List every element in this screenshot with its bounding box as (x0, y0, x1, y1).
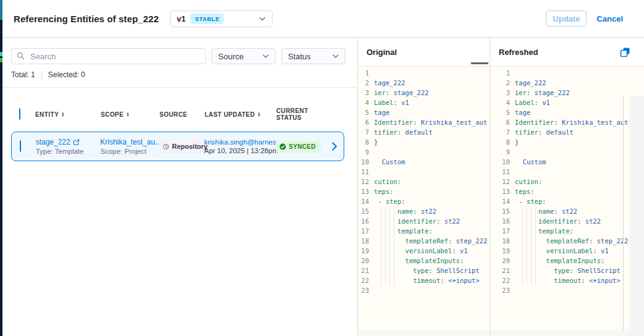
status-filter-label: Status (288, 52, 311, 61)
search-icon (17, 52, 25, 60)
code-line: 7tifier: default (490, 127, 644, 137)
status-filter-dropdown[interactable]: Status (281, 48, 345, 64)
selected-count: Selected: 0 (48, 70, 85, 79)
yaml-diff-section: Original 12tage_2223ier: stage_2224Label… (357, 38, 644, 336)
code-line: 21 type: ShellScript (358, 266, 489, 275)
code-line: 20 templateInputs: (358, 256, 489, 266)
code-line: 6Identifier: Krishika_test_aut (358, 117, 489, 127)
scope-link[interactable]: Krishika_test_au... (100, 138, 159, 146)
indent-guide (535, 208, 536, 285)
code-line: 14 - step: (358, 196, 489, 206)
status-badge-label: SYNCED (289, 143, 315, 150)
indent-guide (531, 208, 532, 285)
code-line: 9 (490, 147, 644, 157)
sort-icon[interactable]: ▲▼ (61, 112, 65, 117)
chevron-down-icon (263, 54, 269, 58)
column-scope: SCOPE (101, 111, 124, 118)
version-label: v1 (177, 14, 185, 23)
table-row[interactable]: stage_222 Type: Template Krishika_test_a… (11, 132, 344, 161)
code-line: 14 - step: (490, 196, 644, 206)
original-pane-header: Original (358, 38, 489, 67)
indent-guide (381, 208, 381, 285)
panel-divider (2, 87, 357, 88)
indent-guide (394, 208, 394, 285)
totals-row: Total: 1 Selected: 0 (11, 70, 348, 79)
code-line: 11 (358, 167, 489, 177)
scrollbar-track (490, 330, 629, 336)
scrollbar-track (358, 330, 489, 336)
code-line: 1 (358, 68, 489, 78)
vertical-scrollbar-track[interactable] (629, 96, 644, 336)
refreshed-title: Refreshed (499, 48, 538, 57)
column-last-updated: LAST UPDATED (205, 111, 255, 118)
source-filter-label: Source (218, 52, 244, 61)
page-title: Referencing Entities of step_222 (14, 14, 159, 24)
total-count: Total: 1 (11, 70, 35, 79)
code-line: 13teps: (490, 187, 644, 196)
filter-row: Source Status (11, 48, 348, 64)
last-updated-at: Apr 10, 2025 | 13:28pm (204, 147, 276, 154)
refreshed-pane-header: Refreshed (490, 38, 644, 67)
code-line: 8} (490, 137, 644, 147)
code-line: 6Identifier: Krishika_test_aut (490, 117, 644, 127)
code-line: 23 (490, 285, 644, 295)
modal: Referencing Entities of step_222 v1 STAB… (2, 0, 644, 336)
refreshed-pane: Refreshed 12tage_2223ier: stage_2224Labe… (490, 38, 644, 336)
column-current-status: CURRENT STATUS (276, 107, 333, 121)
table-header: ENTITY ▲▼ SCOPE ▲▼ SOURCE LAST UPDATED ▲… (19, 107, 344, 121)
status-badge: SYNCED (276, 141, 320, 153)
code-line: 7tifier: default (358, 127, 489, 137)
column-entity: ENTITY (35, 111, 59, 118)
repository-icon (163, 143, 169, 150)
code-line: 18 templateRef: step_222 (490, 236, 644, 246)
update-button[interactable]: Update (546, 10, 587, 27)
code-line: 17 template: (490, 226, 644, 236)
check-circle-icon (279, 143, 286, 150)
indent-guide (389, 208, 390, 285)
stable-badge: STABLE (190, 14, 224, 24)
row-checkbox[interactable] (20, 140, 21, 152)
original-code-editor[interactable]: 12tage_2223ier: stage_2224Label: v15tage… (358, 67, 489, 336)
refreshed-code-editor[interactable]: 12tage_2223ier: stage_2224Label: v15tage… (490, 67, 644, 336)
code-line: 18 templateRef: step_222 (358, 236, 489, 246)
code-line: 4Label: v1 (358, 98, 489, 107)
code-line: 5tage (490, 107, 644, 117)
external-link-icon (73, 139, 80, 146)
code-line: 22 timeout: <+input> (358, 275, 489, 285)
copy-icon[interactable] (620, 47, 630, 57)
search-box (11, 48, 206, 64)
entity-link[interactable]: stage_222 (36, 138, 101, 146)
column-source: SOURCE (159, 111, 187, 118)
indent-guide (385, 208, 386, 285)
sort-icon[interactable]: ▲▼ (257, 112, 261, 117)
referencing-entities-dialog: Referencing Entities of step_222 v1 STAB… (0, 0, 644, 336)
code-line: 20 templateInputs: (490, 256, 644, 266)
code-line: 17 template: (358, 226, 489, 236)
scope-name: Krishika_test_au... (100, 138, 159, 146)
indent-guide (527, 208, 527, 285)
chevron-right-icon[interactable] (332, 142, 337, 151)
version-select[interactable]: v1 STABLE (170, 10, 273, 27)
code-line: 9 (358, 147, 489, 157)
indent-guide (522, 208, 523, 285)
chevron-down-icon (333, 54, 339, 58)
chevron-down-icon (259, 17, 266, 21)
entity-name: stage_222 (36, 138, 70, 146)
cancel-button[interactable]: Cancel (596, 14, 623, 23)
source-filter-dropdown[interactable]: Source (211, 48, 276, 64)
code-line: 10 Custom (358, 157, 489, 167)
sort-icon[interactable]: ▲▼ (126, 112, 130, 117)
original-pane: Original 12tage_2223ier: stage_2224Label… (358, 38, 490, 336)
horizontal-scrollbar-thumb[interactable] (471, 62, 488, 64)
search-input[interactable] (11, 48, 206, 64)
code-line: 12cution: (490, 177, 644, 187)
code-line: 15 name: st22 (490, 206, 644, 216)
editor-right-edge (623, 96, 624, 336)
last-updated-by: krishika.singh@harnes... (204, 138, 276, 146)
code-line: 22 timeout: <+input> (490, 275, 644, 285)
scope-detail: Scope: Project (100, 148, 159, 155)
code-line: 23 (358, 285, 489, 295)
code-line: 2tage_222 (358, 78, 489, 88)
source-badge-label: Repository (172, 143, 207, 150)
select-all-checkbox[interactable] (19, 108, 20, 120)
